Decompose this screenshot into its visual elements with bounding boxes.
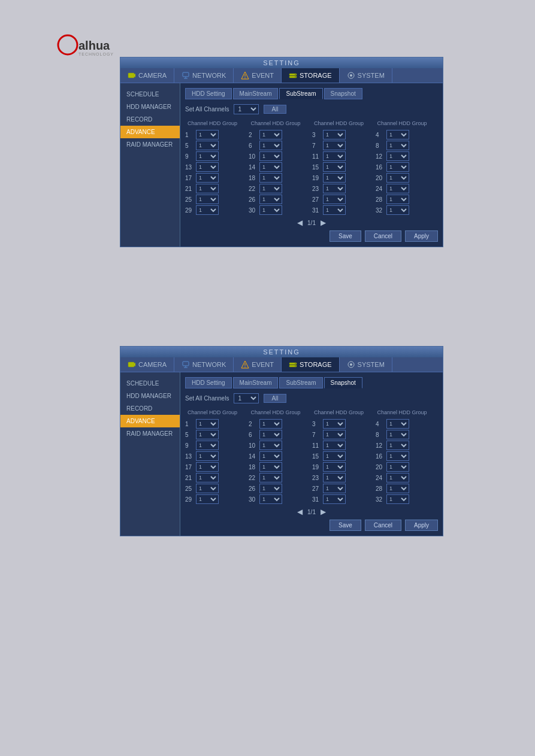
cancel-btn-top[interactable]: Cancel — [365, 230, 401, 242]
channel-select-13[interactable]: 1 — [196, 451, 219, 461]
channel-select-29[interactable]: 1 — [196, 205, 219, 215]
channel-select-9[interactable]: 1 — [196, 151, 219, 161]
nav-camera-bottom[interactable]: CAMERA — [120, 357, 174, 372]
tab-snapshot-bottom[interactable]: Snapshot — [324, 377, 362, 388]
channel-select-32[interactable]: 1 — [386, 205, 409, 215]
channel-select-19[interactable]: 1 — [323, 173, 346, 183]
channel-select-4[interactable]: 1 — [386, 419, 409, 429]
sidebar-raidmanager-bottom[interactable]: RAID MANAGER — [120, 427, 180, 440]
channel-select-10[interactable]: 1 — [259, 441, 282, 450]
sidebar-advance-top[interactable]: ADVANCE — [120, 126, 180, 138]
channel-select-25[interactable]: 1 — [196, 484, 219, 493]
channel-select-17[interactable]: 1 — [196, 462, 219, 472]
channel-select-19[interactable]: 1 — [323, 462, 346, 472]
channel-select-7[interactable]: 1 — [323, 430, 346, 439]
set-all-select-top[interactable]: 12 — [234, 104, 259, 114]
channel-select-26[interactable]: 1 — [259, 484, 282, 493]
save-btn-top[interactable]: Save — [330, 230, 361, 242]
channel-select-18[interactable]: 1 — [259, 173, 282, 183]
nav-storage-top[interactable]: STORAGE — [282, 68, 340, 83]
channel-select-24[interactable]: 1 — [386, 473, 409, 482]
sidebar-raidmanager-top[interactable]: RAID MANAGER — [120, 138, 180, 151]
page-next-top[interactable]: ▶ — [321, 218, 326, 227]
channel-select-1[interactable]: 1 — [196, 130, 219, 139]
channel-select-22[interactable]: 1 — [259, 184, 282, 193]
nav-event-bottom[interactable]: EVENT — [234, 357, 282, 372]
nav-network-bottom[interactable]: NETWORK — [174, 357, 234, 372]
channel-select-26[interactable]: 1 — [259, 195, 282, 204]
tab-substream-bottom[interactable]: SubStream — [279, 377, 322, 388]
channel-select-5[interactable]: 1 — [196, 430, 219, 439]
page-next-bottom[interactable]: ▶ — [321, 508, 326, 516]
channel-select-17[interactable]: 1 — [196, 173, 219, 183]
channel-select-27[interactable]: 1 — [323, 484, 346, 493]
sidebar-hddmanager-top[interactable]: HDD MANAGER — [120, 101, 180, 113]
channel-select-4[interactable]: 1 — [386, 130, 409, 139]
tab-substream-top[interactable]: SubStream — [279, 88, 322, 99]
nav-camera-top[interactable]: CAMERA — [120, 68, 174, 83]
channel-select-15[interactable]: 1 — [323, 451, 346, 461]
channel-select-32[interactable]: 1 — [386, 494, 409, 504]
channel-select-11[interactable]: 1 — [323, 151, 346, 161]
sidebar-schedule-bottom[interactable]: SCHEDULE — [120, 377, 180, 390]
cancel-btn-bottom[interactable]: Cancel — [365, 520, 401, 531]
nav-system-top[interactable]: SYSTEM — [340, 68, 392, 83]
channel-select-1[interactable]: 1 — [196, 419, 219, 429]
channel-select-11[interactable]: 1 — [323, 441, 346, 450]
channel-select-13[interactable]: 1 — [196, 162, 219, 172]
sidebar-schedule-top[interactable]: SCHEDULE — [120, 88, 180, 101]
all-btn-bottom[interactable]: All — [264, 394, 286, 403]
channel-select-7[interactable]: 1 — [323, 141, 346, 150]
channel-select-16[interactable]: 1 — [386, 162, 409, 172]
channel-select-9[interactable]: 1 — [196, 441, 219, 450]
sidebar-record-bottom[interactable]: RECORD — [120, 402, 180, 415]
channel-select-23[interactable]: 1 — [323, 184, 346, 193]
channel-select-5[interactable]: 1 — [196, 141, 219, 150]
channel-select-31[interactable]: 1 — [323, 494, 346, 504]
channel-select-2[interactable]: 1 — [259, 419, 282, 429]
channel-select-23[interactable]: 1 — [323, 473, 346, 482]
channel-select-20[interactable]: 1 — [386, 173, 409, 183]
tab-hddsetting-bottom[interactable]: HDD Setting — [185, 377, 232, 388]
channel-select-6[interactable]: 1 — [259, 430, 282, 439]
channel-select-24[interactable]: 1 — [386, 184, 409, 193]
set-all-select-bottom[interactable]: 12 — [234, 393, 259, 403]
channel-select-21[interactable]: 1 — [196, 473, 219, 482]
channel-select-3[interactable]: 1 — [323, 130, 346, 139]
channel-select-18[interactable]: 1 — [259, 462, 282, 472]
channel-select-21[interactable]: 1 — [196, 184, 219, 193]
sidebar-record-top[interactable]: RECORD — [120, 113, 180, 126]
channel-select-25[interactable]: 1 — [196, 195, 219, 204]
channel-select-8[interactable]: 1 — [386, 430, 409, 439]
sidebar-hddmanager-bottom[interactable]: HDD MANAGER — [120, 390, 180, 402]
nav-system-bottom[interactable]: SYSTEM — [340, 357, 392, 372]
channel-select-30[interactable]: 1 — [259, 205, 282, 215]
channel-select-22[interactable]: 1 — [259, 473, 282, 482]
nav-network-top[interactable]: NETWORK — [174, 68, 234, 83]
nav-storage-bottom[interactable]: STORAGE — [282, 357, 340, 372]
save-btn-bottom[interactable]: Save — [330, 520, 361, 531]
channel-select-28[interactable]: 1 — [386, 195, 409, 204]
page-prev-bottom[interactable]: ◀ — [297, 508, 303, 516]
nav-event-top[interactable]: EVENT — [234, 68, 282, 83]
tab-mainstream-bottom[interactable]: MainStream — [233, 377, 279, 388]
channel-select-29[interactable]: 1 — [196, 494, 219, 504]
sidebar-advance-bottom[interactable]: ADVANCE — [120, 415, 180, 427]
channel-select-12[interactable]: 1 — [386, 441, 409, 450]
channel-select-8[interactable]: 1 — [386, 141, 409, 150]
tab-hddsetting-top[interactable]: HDD Setting — [185, 88, 232, 99]
channel-select-30[interactable]: 1 — [259, 494, 282, 504]
channel-select-16[interactable]: 1 — [386, 451, 409, 461]
tab-snapshot-top[interactable]: Snapshot — [324, 88, 362, 99]
channel-select-27[interactable]: 1 — [323, 195, 346, 204]
all-btn-top[interactable]: All — [264, 105, 286, 114]
channel-select-28[interactable]: 1 — [386, 484, 409, 493]
channel-select-15[interactable]: 1 — [323, 162, 346, 172]
channel-select-2[interactable]: 1 — [259, 130, 282, 139]
channel-select-20[interactable]: 1 — [386, 462, 409, 472]
channel-select-14[interactable]: 1 — [259, 162, 282, 172]
channel-select-12[interactable]: 1 — [386, 151, 409, 161]
channel-select-6[interactable]: 1 — [259, 141, 282, 150]
channel-select-14[interactable]: 1 — [259, 451, 282, 461]
channel-select-3[interactable]: 1 — [323, 419, 346, 429]
